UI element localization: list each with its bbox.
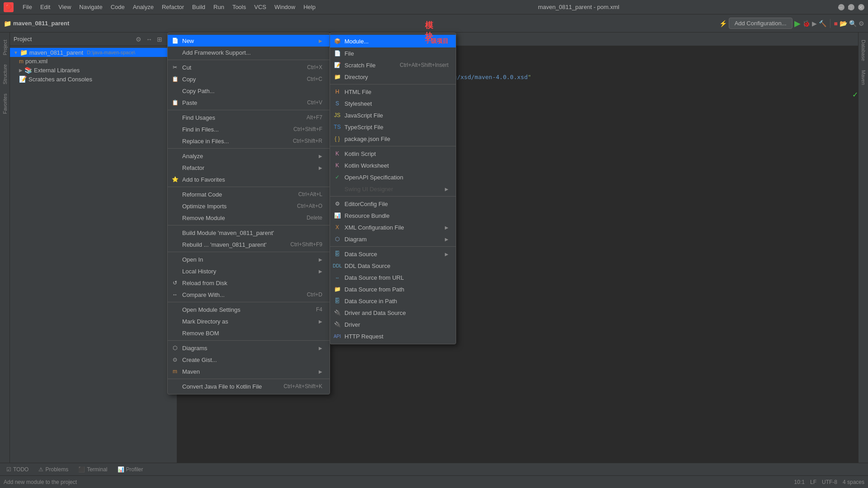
ctx-build-module[interactable]: Build Module 'maven_0811_parent' xyxy=(168,227,330,239)
tree-root-item[interactable]: ▼ 📁 maven_0811_parent D:\java-maven-spac… xyxy=(10,48,177,57)
new-scratch-file-item[interactable]: 📝 Scratch File Ctrl+Alt+Shift+Insert xyxy=(330,59,456,71)
ctx-find-usages[interactable]: Find Usages Alt+F7 xyxy=(168,112,330,123)
menu-build[interactable]: Build xyxy=(189,2,209,12)
ctx-analyze[interactable]: Analyze ▶ xyxy=(168,150,330,162)
new-package-json-item[interactable]: { } package.json File xyxy=(330,133,456,145)
ctx-rebuild[interactable]: Rebuild ... 'maven_0811_parent' Ctrl+Shi… xyxy=(168,239,330,250)
ctx-maven-label: Maven xyxy=(182,368,311,375)
tree-scratches[interactable]: 📝 Scratches and Consoles xyxy=(10,75,177,84)
ctx-open-module-settings[interactable]: Open Module Settings F4 xyxy=(168,304,330,315)
build-icon[interactable]: 🔨 xyxy=(819,20,826,27)
new-xml-config-item[interactable]: X XML Configuration File ▶ xyxy=(330,221,456,233)
menu-edit[interactable]: Edit xyxy=(37,2,54,12)
new-ds-from-path-item[interactable]: 📁 Data Source from Path xyxy=(330,283,456,295)
close-button[interactable]: ✕ xyxy=(858,4,864,10)
search-everywhere-icon[interactable]: 🔍 xyxy=(849,20,857,27)
new-kotlin-script-item[interactable]: K Kotlin Script xyxy=(330,148,456,160)
ctx-open-in[interactable]: Open In ▶ xyxy=(168,253,330,265)
minimize-button[interactable]: ─ xyxy=(838,4,844,10)
panel-settings-icon[interactable]: ⚙ xyxy=(135,35,142,44)
new-javascript-item[interactable]: JS JavaScript File xyxy=(330,109,456,121)
ctx-compare-with[interactable]: ↔ Compare With... Ctrl+D xyxy=(168,289,330,300)
new-html-item[interactable]: H HTML File xyxy=(330,86,456,98)
ctx-local-history[interactable]: Local History ▶ xyxy=(168,265,330,277)
stop-icon[interactable]: ■ xyxy=(834,20,838,27)
right-tab-maven[interactable]: Maven xyxy=(860,66,867,89)
new-driver-ds-item[interactable]: 🔌 Driver and Data Source xyxy=(330,307,456,319)
menu-window[interactable]: Window xyxy=(271,2,299,12)
menu-code[interactable]: Code xyxy=(107,2,128,12)
ctx-replace-in-files[interactable]: Replace in Files... Ctrl+Shift+R xyxy=(168,135,330,147)
ctx-find-in-files[interactable]: Find in Files... Ctrl+Shift+F xyxy=(168,123,330,135)
menu-view[interactable]: View xyxy=(55,2,75,12)
new-resource-bundle-item[interactable]: 📊 Resource Bundle xyxy=(330,210,456,221)
ctx-paste[interactable]: 📋 Paste Ctrl+V xyxy=(168,97,330,108)
ctx-copy[interactable]: 📋 Copy Ctrl+C xyxy=(168,73,330,85)
menu-run[interactable]: Run xyxy=(210,2,228,12)
menu-file[interactable]: File xyxy=(19,2,36,12)
new-kotlin-script-label: Kotlin Script xyxy=(344,150,448,157)
ctx-refactor[interactable]: Refactor ▶ xyxy=(168,162,330,174)
new-diagram-item[interactable]: ⬡ Diagram ▶ xyxy=(330,233,456,245)
tree-pom-item[interactable]: m pom.xml xyxy=(10,57,177,66)
sidebar-tab-project[interactable]: Project xyxy=(1,36,9,59)
new-ds-in-path-item[interactable]: 🗄 Data Source in Path xyxy=(330,295,456,307)
menu-refactor[interactable]: Refactor xyxy=(158,2,188,12)
diagram-arrow-icon: ▶ xyxy=(445,237,448,242)
run-button[interactable]: ▶ xyxy=(794,19,801,28)
ctx-cut[interactable]: ✂ Cut Ctrl+X xyxy=(168,61,330,73)
menu-analyze[interactable]: Analyze xyxy=(129,2,157,12)
file-manager-icon[interactable]: 📂 xyxy=(840,20,847,27)
ctx-copy-path[interactable]: Copy Path... xyxy=(168,85,330,97)
tab-todo[interactable]: ☑ TODO xyxy=(2,465,33,474)
ctx-add-to-favorites[interactable]: ⭐ Add to Favorites xyxy=(168,174,330,185)
ctx-optimize-imports[interactable]: Optimize Imports Ctrl+Alt+O xyxy=(168,200,330,212)
tab-problems[interactable]: ⚠ Problems xyxy=(34,465,73,474)
remove-module-icon xyxy=(171,214,179,221)
reformat-shortcut: Ctrl+Alt+L xyxy=(298,191,322,197)
tree-external-libraries[interactable]: ▶ 📚 External Libraries xyxy=(10,66,177,75)
ctx-diagrams[interactable]: ⬡ Diagrams ▶ xyxy=(168,342,330,354)
new-directory-item[interactable]: 📁 Directory xyxy=(330,71,456,83)
right-tab-database[interactable]: Database xyxy=(860,36,867,65)
new-module-item[interactable]: 📦 Module... 子级项目 xyxy=(330,35,456,47)
tab-profiler[interactable]: 📊 Profiler xyxy=(113,465,148,474)
ctx-add-framework[interactable]: Add Framework Support... xyxy=(168,47,330,58)
ctx-remove-bom[interactable]: Remove BOM xyxy=(168,327,330,339)
new-ds-from-url-item[interactable]: ↔ Data Source from URL xyxy=(330,272,456,283)
settings-icon[interactable]: ⚙ xyxy=(859,20,864,27)
run-coverage-icon[interactable]: ▶ xyxy=(812,20,817,27)
menu-vcs[interactable]: VCS xyxy=(250,2,270,12)
sidebar-tab-structure[interactable]: Structure xyxy=(1,61,9,88)
new-editorconfig-item[interactable]: ⚙ EditorConfig File xyxy=(330,198,456,210)
menu-help[interactable]: Help xyxy=(300,2,319,12)
panel-expand-icon[interactable]: ⊞ xyxy=(156,35,163,44)
tab-terminal[interactable]: ⬛ Terminal xyxy=(74,465,112,474)
ctx-create-gist[interactable]: ⊙ Create Gist... xyxy=(168,354,330,366)
new-openapi-item[interactable]: ✓ OpenAPI Specification xyxy=(330,171,456,183)
add-configuration-button[interactable]: Add Configuration... xyxy=(729,18,793,29)
new-http-request-item[interactable]: API HTTP Request xyxy=(330,330,456,342)
menu-navigate[interactable]: Navigate xyxy=(75,2,106,12)
maximize-button[interactable]: □ xyxy=(848,4,854,10)
new-stylesheet-item[interactable]: S Stylesheet xyxy=(330,98,456,109)
lightning-icon: ⚡ xyxy=(719,20,727,27)
ctx-convert-java[interactable]: Convert Java File to Kotlin File Ctrl+Al… xyxy=(168,380,330,392)
new-ddl-data-source-item[interactable]: DDL DDL Data Source xyxy=(330,260,456,272)
ctx-remove-module[interactable]: Remove Module Delete xyxy=(168,212,330,224)
new-data-source-item[interactable]: 🗄 Data Source ▶ xyxy=(330,248,456,260)
xml-config-icon: X xyxy=(334,224,341,231)
debug-icon[interactable]: 🐞 xyxy=(802,20,810,27)
new-driver-item[interactable]: 🔌 Driver xyxy=(330,319,456,330)
ctx-mark-directory[interactable]: Mark Directory as ▶ xyxy=(168,315,330,327)
menu-tools[interactable]: Tools xyxy=(229,2,250,12)
ctx-maven[interactable]: m Maven ▶ xyxy=(168,366,330,377)
ctx-new[interactable]: 📄 New ▶ xyxy=(168,35,330,47)
new-typescript-item[interactable]: TS TypeScript File xyxy=(330,121,456,133)
panel-scroll-icon[interactable]: ↔ xyxy=(145,35,153,44)
new-file-item[interactable]: 📄 File xyxy=(330,47,456,59)
ctx-reload-disk[interactable]: ↺ Reload from Disk xyxy=(168,277,330,289)
ctx-reformat-code[interactable]: Reformat Code Ctrl+Alt+L xyxy=(168,188,330,200)
sidebar-tab-favorites[interactable]: Favorites xyxy=(1,90,9,117)
new-kotlin-worksheet-item[interactable]: K Kotlin Worksheet xyxy=(330,160,456,171)
